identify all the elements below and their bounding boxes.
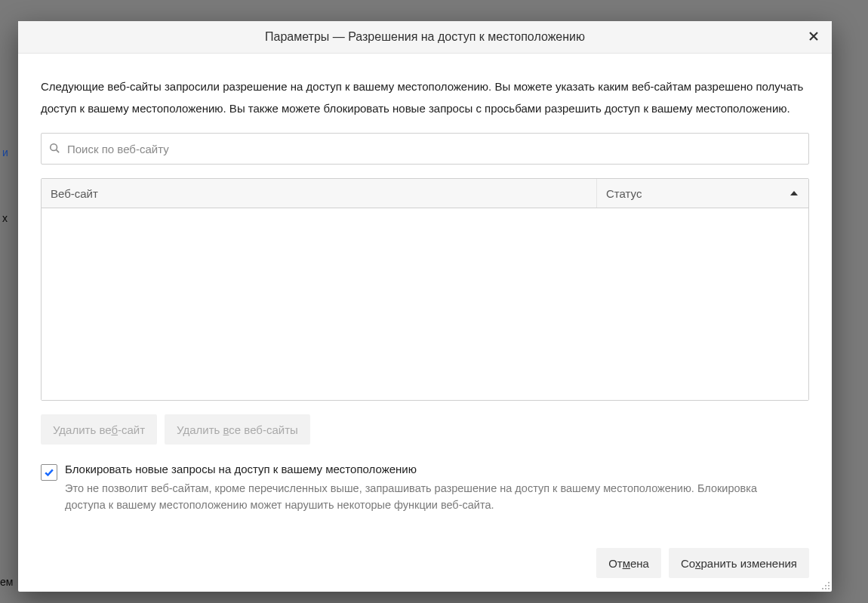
search-input[interactable] bbox=[66, 142, 801, 156]
dialog-title: Параметры — Разрешения на доступ к место… bbox=[265, 30, 585, 44]
col-header-status[interactable]: Статус bbox=[597, 179, 808, 208]
col-header-status-label: Статус bbox=[606, 187, 642, 200]
block-new-requests-checkbox[interactable] bbox=[41, 464, 57, 481]
resize-grip-icon[interactable] bbox=[820, 580, 830, 589]
background-text: и bbox=[2, 146, 8, 158]
cancel-button[interactable]: Отмена bbox=[596, 548, 661, 578]
background-text: ем bbox=[0, 576, 13, 588]
col-header-website[interactable]: Веб-сайт bbox=[42, 179, 597, 208]
sort-asc-icon bbox=[790, 191, 798, 195]
websites-table: Веб-сайт Статус bbox=[41, 178, 809, 401]
remove-all-websites-button[interactable]: Удалить все веб-сайты bbox=[165, 414, 310, 445]
background-text: х bbox=[2, 212, 8, 224]
search-icon bbox=[49, 143, 66, 155]
search-box[interactable] bbox=[41, 133, 809, 165]
dialog-header: Параметры — Разрешения на доступ к место… bbox=[18, 21, 832, 54]
block-new-requests-label: Блокировать новые запросы на доступ к ва… bbox=[65, 463, 790, 475]
save-changes-button[interactable]: Сохранить изменения bbox=[669, 548, 809, 578]
close-icon[interactable] bbox=[802, 24, 826, 48]
svg-point-0 bbox=[51, 143, 57, 150]
block-new-requests-description: Это не позволит веб-сайтам, кроме перечи… bbox=[65, 480, 790, 514]
dialog-description: Следующие веб-сайты запросили разрешение… bbox=[41, 76, 809, 119]
websites-table-body[interactable] bbox=[42, 208, 808, 400]
remove-website-button[interactable]: Удалить веб-сайт bbox=[41, 414, 157, 445]
location-permissions-dialog: Параметры — Разрешения на доступ к место… bbox=[18, 21, 832, 592]
